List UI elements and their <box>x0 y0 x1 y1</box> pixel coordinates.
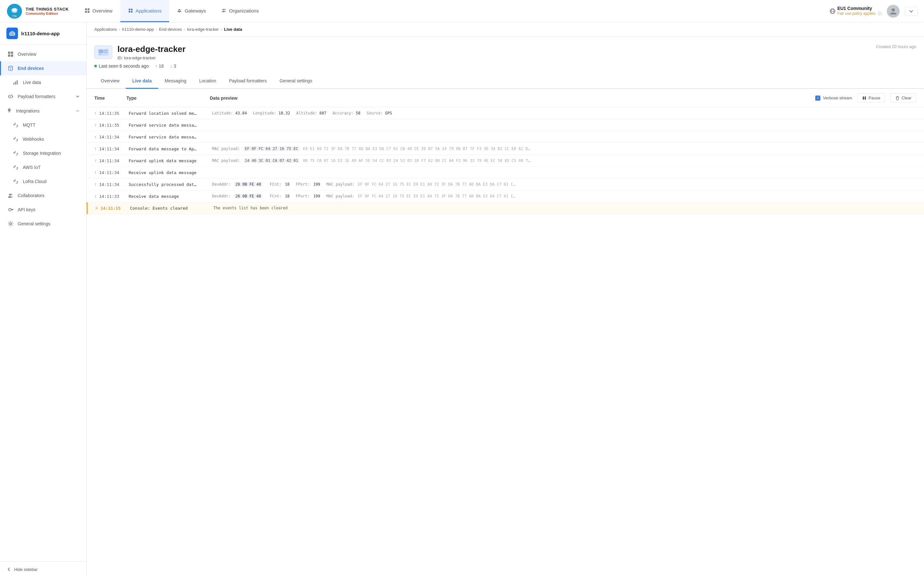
svg-point-25 <box>10 69 11 69</box>
up-arrow-icon: ↑ <box>94 146 97 151</box>
svg-rect-28 <box>17 80 18 85</box>
tab-messaging[interactable]: Messaging <box>158 74 193 89</box>
sidebar-item-live-data[interactable]: Live data <box>0 75 86 89</box>
sidebar-item-overview[interactable]: Overview <box>0 47 86 61</box>
sidebar-item-end-devices[interactable]: End devices <box>0 61 86 75</box>
logo-area: TTN THE THINGS STACK Community Edition <box>6 3 71 19</box>
breadcrumb-sep-4: › <box>221 27 222 32</box>
user-avatar[interactable] <box>887 5 900 18</box>
table-row[interactable]: ↑ 14:11:34 Forward service data messa… <box>87 131 924 143</box>
logo-text: THE THINGS STACK Community Edition <box>26 7 69 15</box>
col-preview-header: Data preview <box>210 95 815 101</box>
puzzle-icon-mqtt <box>13 122 19 128</box>
verbose-stream-control[interactable]: Verbose stream <box>815 95 852 101</box>
sidebar-item-aws-iot[interactable]: AWS IoT <box>0 160 86 174</box>
svg-rect-37 <box>104 50 108 51</box>
svg-rect-22 <box>8 55 10 57</box>
main-layout: lr1110-demo-app Overview End devices <box>0 23 924 577</box>
puzzle-icon-aws <box>13 164 19 171</box>
row-type: Forward data message to Ap… <box>129 147 212 151</box>
sidebar-footer: Hide sidebar <box>0 561 86 577</box>
svg-point-12 <box>223 9 224 11</box>
svg-rect-41 <box>863 97 864 100</box>
pause-button[interactable]: Pause <box>857 93 885 103</box>
sidebar-item-integrations[interactable]: Integrations <box>0 103 86 118</box>
chevron-up-icon <box>75 109 80 113</box>
row-time: 14:11:35 <box>99 123 129 127</box>
tab-live-data[interactable]: Live data <box>126 74 158 89</box>
breadcrumb-applications[interactable]: Applications <box>94 27 117 32</box>
sidebar-item-collaborators[interactable]: Collaborators <box>0 189 86 203</box>
clear-button[interactable]: Clear <box>890 93 916 103</box>
app-name: lr1110-demo-app <box>21 31 60 36</box>
device-meta: Last seen 6 seconds ago ↑ 18 ↓ 3 <box>94 63 186 69</box>
svg-rect-4 <box>85 11 87 13</box>
table-header: Time Type Data preview Verbose stream Pa… <box>87 89 924 107</box>
svg-rect-9 <box>131 11 132 13</box>
tab-overview[interactable]: Overview <box>94 74 126 89</box>
tab-general-settings[interactable]: General settings <box>273 74 318 89</box>
sidebar-item-lora-cloud[interactable]: LoRa Cloud <box>0 174 86 189</box>
table-row[interactable]: ↑ 14:11:35 Forward location solved me… L… <box>87 107 924 119</box>
svg-point-34 <box>10 223 11 225</box>
table-row[interactable]: ↑ 14:11:35 Forward service data messa… <box>87 119 924 131</box>
device-info-area: lora-edge-tracker ID: lora-edge-tracker … <box>94 44 186 69</box>
nav-gateways[interactable]: Gateways <box>169 0 214 22</box>
row-preview: MAC payload: 14 46 3C 01 CA 07 42 01 00 … <box>212 158 916 163</box>
console-icon: ≡ <box>95 205 98 211</box>
sidebar-item-api-keys[interactable]: API keys <box>0 203 86 217</box>
svg-point-17 <box>892 8 895 11</box>
tab-location[interactable]: Location <box>193 74 223 89</box>
table-row[interactable]: ↑ 14:11:34 Forward data message to Ap… M… <box>87 143 924 155</box>
device-name: lora-edge-tracker <box>118 44 186 54</box>
grid-icon <box>7 51 14 57</box>
nav-applications[interactable]: Applications <box>120 0 170 22</box>
svg-point-39 <box>99 54 100 55</box>
breadcrumb-sep-1: › <box>119 27 120 32</box>
user-dropdown[interactable] <box>905 7 918 16</box>
nav-overview[interactable]: Overview <box>77 0 120 22</box>
table-columns: Time Type Data preview <box>94 95 815 101</box>
hide-sidebar-button[interactable]: Hide sidebar <box>6 567 80 572</box>
sidebar-item-mqtt[interactable]: MQTT <box>0 118 86 132</box>
breadcrumb-app-name[interactable]: lr1110-demo-app <box>122 27 153 32</box>
svg-rect-5 <box>87 11 89 13</box>
table-row[interactable]: ↑ 14:11:34 Forward uplink data message M… <box>87 155 924 167</box>
table-row[interactable]: ↑ 14:11:34 Receive uplink data message <box>87 167 924 179</box>
overview-icon <box>85 8 90 13</box>
sidebar-item-payload-formatters[interactable]: Payload formatters <box>0 89 86 103</box>
svg-rect-26 <box>13 83 15 85</box>
chart-icon <box>13 79 19 85</box>
svg-rect-19 <box>10 33 15 35</box>
col-type-header: Type <box>126 95 210 101</box>
svg-point-33 <box>9 208 11 211</box>
sidebar-item-storage-integration[interactable]: Storage Integration <box>0 146 86 160</box>
svg-point-11 <box>179 11 180 13</box>
puzzle-icon-lora <box>13 178 19 185</box>
device-id: ID: lora-edge-tracker <box>118 55 186 60</box>
devaddr-hex: 26 0B FE 48 <box>234 182 262 187</box>
svg-point-32 <box>11 194 13 195</box>
row-time: 14:11:34 <box>99 147 129 151</box>
svg-rect-42 <box>865 97 866 100</box>
tab-payload-formatters[interactable]: Payload formatters <box>223 74 273 89</box>
sidebar-item-general-settings[interactable]: General settings <box>0 217 86 231</box>
breadcrumb-device-id[interactable]: lora-edge-tracker <box>187 27 219 32</box>
row-preview: MAC payload: EF 0F FC 64 27 16 75 EC E9 … <box>212 147 916 151</box>
nav-organizations[interactable]: Organizations <box>214 0 267 22</box>
breadcrumb: Applications › lr1110-demo-app › End dev… <box>87 23 924 37</box>
table-row[interactable]: ↑ 14:11:34 Successfully processed dat… D… <box>87 179 924 190</box>
device-name-area: lora-edge-tracker ID: lora-edge-tracker <box>118 44 186 60</box>
table-row[interactable]: ≡ 14:11:15 Console: Events cleared The e… <box>87 202 924 214</box>
sidebar-item-webhooks[interactable]: Webhooks <box>0 132 86 146</box>
verbose-checkbox[interactable] <box>815 95 821 101</box>
gateways-icon <box>177 8 182 13</box>
up-arrow-icon: ↑ <box>94 134 97 139</box>
expand-icon <box>75 94 80 99</box>
row-type: Receive data message <box>129 194 212 199</box>
table-row[interactable]: ↑ 14:11:33 Receive data message DevAddr:… <box>87 190 924 202</box>
svg-rect-21 <box>11 52 13 54</box>
code-icon <box>7 93 14 100</box>
breadcrumb-end-devices[interactable]: End devices <box>159 27 182 32</box>
arrow-left-icon <box>6 567 11 572</box>
